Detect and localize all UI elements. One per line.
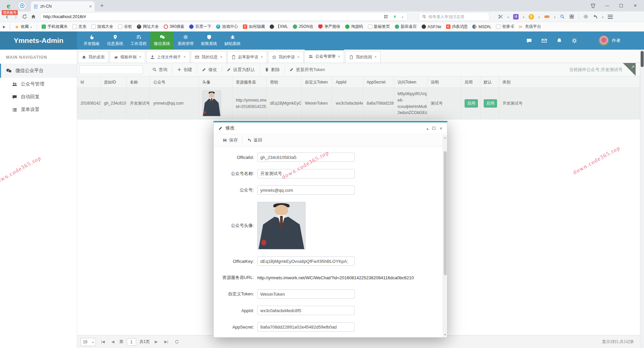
bookmark-item[interactable]: 手机收藏夹: [42, 24, 68, 30]
dialog-header[interactable]: 修改: [214, 122, 447, 134]
magnifier-icon[interactable]: [560, 14, 565, 19]
translate-icon[interactable]: [513, 14, 519, 19]
sidebar-group-wechat-platform[interactable]: 微信公众平台: [0, 64, 77, 78]
page-number-input[interactable]: [127, 338, 136, 346]
restore-button[interactable]: [619, 3, 624, 8]
scroll-up-icon[interactable]: ▴: [443, 136, 447, 139]
minimize-button[interactable]: [604, 3, 610, 8]
account-input[interactable]: [257, 185, 355, 195]
column-header[interactable]: 自定义Token: [302, 76, 332, 88]
tab-my-application[interactable]: 我的申请: [268, 51, 304, 63]
nav-workflow[interactable]: 工作流程: [127, 32, 150, 50]
dialog-scrollbar[interactable]: ▴ ▾: [443, 135, 447, 337]
column-header[interactable]: 默认: [480, 76, 499, 88]
column-header[interactable]: AppId: [332, 76, 363, 88]
history-menu-caret[interactable]: [602, 14, 603, 19]
column-header[interactable]: 头像: [199, 76, 232, 88]
bookmark-item[interactable]: 新标签页: [368, 24, 390, 30]
page-scrollbar[interactable]: [640, 50, 644, 348]
account-name-input[interactable]: [257, 169, 355, 178]
messages-icon[interactable]: [526, 38, 532, 44]
bookmark-item[interactable]: 充值平台: [519, 24, 541, 30]
scroll-down-icon[interactable]: ▾: [443, 333, 447, 336]
nav-system-manage[interactable]: 系统管理: [174, 32, 197, 50]
wallet-icon[interactable]: [529, 14, 534, 19]
refresh-grid-button[interactable]: [173, 340, 181, 344]
offical-id-input[interactable]: [257, 153, 355, 162]
edit-button[interactable]: 修改: [197, 66, 222, 74]
app-secret-input[interactable]: [257, 322, 355, 332]
tab-close-icon[interactable]: [89, 4, 92, 9]
tab-close-icon[interactable]: [374, 55, 377, 59]
column-header[interactable]: 名称: [126, 76, 150, 88]
skin-tshirt-icon[interactable]: [590, 3, 596, 8]
favorites-button[interactable]: 收藏: [15, 24, 32, 30]
next-page-button[interactable]: [153, 340, 159, 344]
tab-close-icon[interactable]: [338, 54, 340, 59]
column-header[interactable]: 启用: [461, 76, 480, 88]
tab-my-desktop[interactable]: 我的桌面: [78, 51, 109, 63]
bookmark-item[interactable]: 游戏中心: [216, 24, 238, 30]
bookmark-item[interactable]: 百度一下: [189, 24, 211, 30]
grid-search-input[interactable]: [79, 65, 143, 74]
scissors-menu-caret[interactable]: [507, 14, 509, 19]
back-button[interactable]: 返回: [242, 136, 267, 144]
last-page-button[interactable]: [163, 340, 170, 344]
tab-account-manage[interactable]: 公众号管理: [305, 49, 344, 63]
scissors-icon[interactable]: [498, 14, 503, 19]
sidebar-item-menu-setting[interactable]: 菜单设置: [0, 103, 77, 116]
create-button[interactable]: 创建: [172, 66, 197, 74]
nav-info-system[interactable]: 信息系统: [103, 32, 127, 50]
column-header[interactable]: Id: [77, 76, 101, 88]
menu-icon[interactable]: [608, 15, 613, 19]
mail-icon[interactable]: [541, 38, 547, 44]
tab-upload-example[interactable]: 上传文件例子: [146, 51, 190, 63]
panel-expand-corner[interactable]: ↗: [623, 63, 636, 76]
bookmark-item[interactable]: 360搜索: [164, 24, 184, 30]
bookmark-item[interactable]: 谷歌: [118, 24, 132, 30]
tab-new-application[interactable]: 起草新申请: [227, 51, 267, 63]
save-button[interactable]: 保存: [218, 136, 242, 144]
browser-search-box[interactable]: [419, 12, 489, 21]
close-dialog-icon[interactable]: [439, 125, 442, 131]
qr-code-icon[interactable]: [384, 14, 388, 19]
bookmark-item[interactable]: 如何隐藏: [243, 24, 265, 30]
bookmark-item[interactable]: JSON在: [293, 24, 314, 30]
tab-close-icon[interactable]: [183, 55, 186, 59]
bookmark-sidebar-toggle-icon[interactable]: [3, 25, 5, 28]
close-button[interactable]: [633, 3, 638, 8]
search-input[interactable]: [428, 14, 486, 19]
bookmark-item[interactable]: 网址大全: [137, 24, 159, 30]
translate-menu-caret[interactable]: [523, 14, 524, 19]
bell-icon[interactable]: [556, 38, 562, 44]
home-button[interactable]: [29, 12, 38, 21]
refresh-all-token-button[interactable]: 更新所有Token: [284, 66, 330, 74]
bookmark-item[interactable]: MSDN,: [472, 24, 491, 29]
speed-bolt-icon[interactable]: [393, 14, 397, 19]
column-header[interactable]: 说明: [427, 76, 461, 88]
game-menu-caret[interactable]: [554, 14, 555, 19]
nav-dev-guide[interactable]: 开发指南: [80, 32, 103, 50]
settings-gear-icon[interactable]: [572, 38, 577, 44]
compass-icon[interactable]: [18, 2, 26, 10]
scrollbar-thumb[interactable]: [444, 151, 447, 275]
bookmark-item[interactable]: 【XML: [270, 24, 288, 30]
game-center-icon[interactable]: [544, 14, 550, 19]
app-logo[interactable]: Ymnets-Admin: [0, 32, 77, 50]
table-row[interactable]: 2016081422523820 gh_234c610583a5 开发测试号 y…: [77, 88, 640, 119]
history-undo-icon[interactable]: [593, 14, 598, 19]
delete-button[interactable]: 删除: [260, 66, 284, 74]
column-header[interactable]: 资源服务器: [232, 76, 267, 88]
tab-close-icon[interactable]: [261, 55, 263, 59]
set-default-button[interactable]: 设置为默认: [222, 66, 260, 74]
user-menu[interactable]: 作者: [599, 36, 621, 46]
address-dropdown-ic on[interactable]: [402, 14, 403, 19]
column-header[interactable]: AppSecret: [363, 76, 394, 88]
nav-defect-system[interactable]: 缺陷系统: [221, 32, 244, 50]
bookmark-item[interactable]: 淘源码: [345, 24, 363, 30]
tab-close-icon[interactable]: [139, 55, 141, 59]
column-header[interactable]: 访问Token: [394, 76, 427, 88]
page-size-select[interactable]: 15: [80, 338, 96, 346]
prev-page-button[interactable]: [110, 340, 116, 344]
tab-close-icon[interactable]: [297, 55, 300, 59]
